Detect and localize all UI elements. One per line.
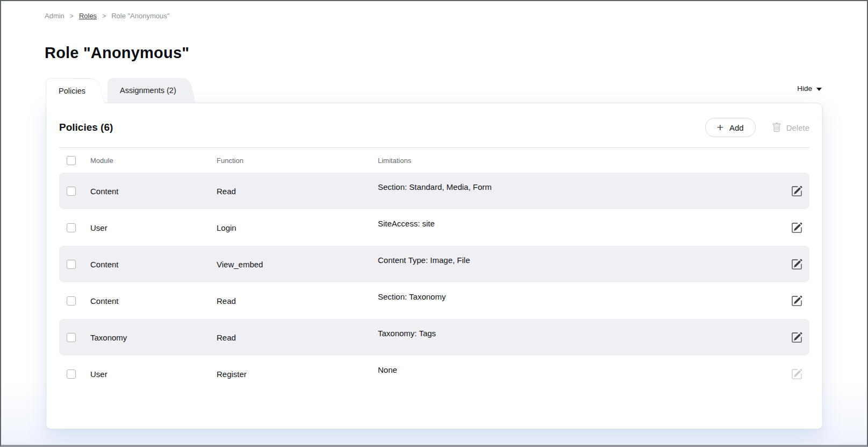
plus-icon: + bbox=[717, 122, 723, 133]
row-checkbox[interactable] bbox=[67, 333, 76, 342]
column-header-limitations: Limitations bbox=[378, 157, 784, 165]
breadcrumb-separator-icon: > bbox=[70, 12, 74, 20]
cell-module: Content bbox=[90, 296, 217, 306]
table-row: User Register None bbox=[59, 356, 809, 392]
row-checkbox[interactable] bbox=[67, 260, 76, 269]
panel-heading: Policies (6) bbox=[59, 122, 113, 133]
cell-limitations: None bbox=[378, 365, 397, 374]
cell-function: View_embed bbox=[217, 260, 378, 269]
edit-icon bbox=[791, 186, 802, 197]
row-checkbox[interactable] bbox=[67, 187, 76, 196]
cell-function: Read bbox=[217, 333, 378, 342]
add-button-label: Add bbox=[729, 123, 744, 132]
cell-limitations: Taxonomy: Tags bbox=[378, 329, 436, 338]
cell-module: Taxonomy bbox=[90, 333, 217, 342]
edit-icon bbox=[791, 332, 802, 343]
table-row: Content View_embed Content Type: Image, … bbox=[59, 246, 809, 282]
cell-function: Register bbox=[217, 370, 378, 379]
trash-icon bbox=[772, 123, 781, 132]
edit-icon bbox=[791, 222, 802, 233]
edit-policy-button[interactable] bbox=[784, 259, 809, 270]
policies-panel: Policies (6) + Add Delete bbox=[46, 103, 823, 429]
caret-down-icon bbox=[816, 88, 822, 91]
cell-module: Content bbox=[90, 187, 217, 196]
edit-icon bbox=[791, 259, 802, 270]
add-policy-button[interactable]: + Add bbox=[705, 118, 756, 137]
hide-toggle[interactable]: Hide bbox=[797, 84, 822, 93]
cell-function: Read bbox=[217, 296, 378, 306]
edit-icon bbox=[791, 295, 802, 307]
policies-table: Content Read Section: Standard, Media, F… bbox=[59, 173, 809, 392]
column-header-module: Module bbox=[90, 157, 217, 165]
row-checkbox[interactable] bbox=[67, 370, 76, 379]
panel-actions: + Add Delete bbox=[705, 118, 809, 137]
cell-function: Login bbox=[217, 223, 378, 232]
cell-module: User bbox=[90, 223, 217, 232]
breadcrumb-item-current: Role "Anonymous" bbox=[111, 12, 169, 20]
cell-module: User bbox=[90, 370, 217, 379]
select-all-checkbox[interactable] bbox=[67, 156, 76, 165]
table-row: Content Read Section: Taxonomy bbox=[59, 282, 809, 319]
breadcrumb-separator-icon: > bbox=[102, 12, 106, 20]
tab-bar: Policies Assignments (2) Hide bbox=[46, 78, 823, 103]
breadcrumb: Admin > Roles > Role "Anonymous" bbox=[45, 12, 169, 20]
cell-module: Content bbox=[90, 260, 217, 269]
breadcrumb-item-roles[interactable]: Roles bbox=[79, 12, 97, 20]
delete-button-label: Delete bbox=[786, 123, 809, 132]
cell-limitations: Content Type: Image, File bbox=[378, 256, 470, 265]
cell-limitations: SiteAccess: site bbox=[378, 219, 435, 228]
cell-limitations: Section: Taxonomy bbox=[378, 292, 446, 301]
edit-icon bbox=[791, 368, 802, 380]
column-header-function: Function bbox=[217, 157, 378, 165]
row-checkbox[interactable] bbox=[67, 223, 76, 232]
table-row: Taxonomy Read Taxonomy: Tags bbox=[59, 319, 809, 356]
app-window: Admin > Roles > Role "Anonymous" Role "A… bbox=[0, 0, 868, 447]
edit-policy-button[interactable] bbox=[784, 332, 809, 343]
table-header: Module Function Limitations bbox=[59, 148, 809, 173]
tab-assignments[interactable]: Assignments (2) bbox=[107, 78, 182, 103]
edit-policy-button bbox=[784, 368, 809, 380]
panel-header: Policies (6) + Add Delete bbox=[46, 103, 822, 147]
page-title: Role "Anonymous" bbox=[45, 44, 189, 62]
table-row: Content Read Section: Standard, Media, F… bbox=[59, 173, 809, 209]
tab-policies[interactable]: Policies bbox=[46, 78, 91, 103]
edit-policy-button[interactable] bbox=[784, 222, 809, 233]
cell-limitations: Section: Standard, Media, Form bbox=[378, 182, 492, 191]
row-checkbox[interactable] bbox=[67, 296, 76, 306]
edit-policy-button[interactable] bbox=[784, 186, 809, 197]
delete-policy-button[interactable]: Delete bbox=[772, 123, 809, 132]
cell-function: Read bbox=[217, 187, 378, 196]
table-row: User Login SiteAccess: site bbox=[59, 209, 809, 246]
edit-policy-button[interactable] bbox=[784, 295, 809, 307]
hide-toggle-label: Hide bbox=[797, 84, 812, 93]
main-content: Policies Assignments (2) Hide Policies (… bbox=[46, 78, 823, 429]
breadcrumb-item-admin[interactable]: Admin bbox=[45, 12, 64, 20]
